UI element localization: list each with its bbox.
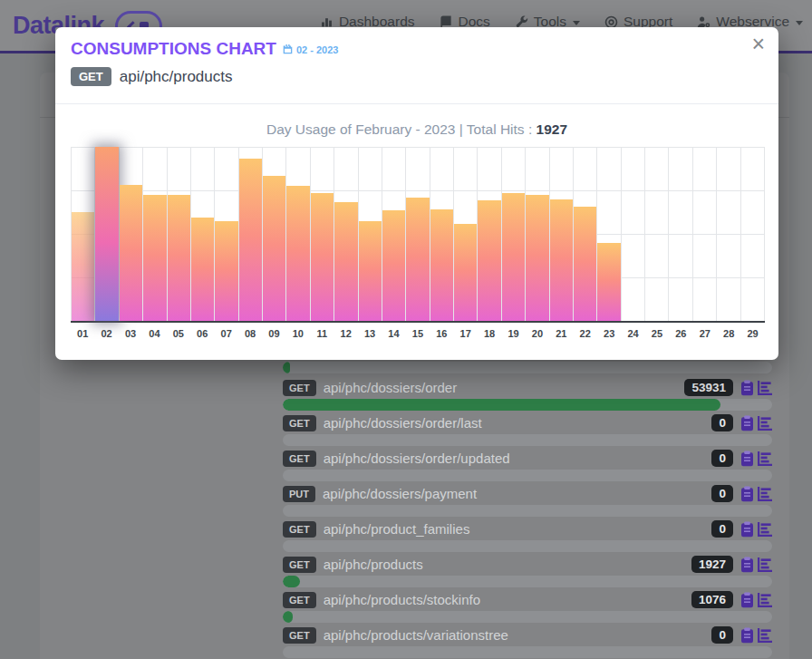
chart-bars-horizontal-icon[interactable]	[757, 628, 772, 643]
chart-cell	[502, 147, 526, 321]
x-tick-label: 24	[621, 328, 644, 339]
x-tick-label: 21	[549, 328, 573, 339]
endpoint-row: GETapi/phc/dossiers/order53931	[283, 378, 772, 397]
usage-progress-fill	[283, 399, 720, 411]
x-tick-label: 05	[167, 328, 190, 339]
bar-day-06[interactable]	[191, 218, 214, 321]
bar-day-23[interactable]	[597, 243, 620, 321]
bar-day-07[interactable]	[215, 221, 237, 321]
chart-cell	[741, 147, 765, 321]
endpoint-path: api/phc/dossiers/payment	[323, 486, 711, 501]
usage-progress-track	[283, 576, 772, 587]
hit-count-badge: 0	[711, 450, 733, 467]
chart-cell	[120, 147, 143, 321]
x-tick-label: 01	[71, 328, 94, 339]
usage-progress-track	[283, 505, 772, 517]
hit-count-badge: 1076	[691, 591, 733, 608]
clipboard-icon[interactable]	[740, 451, 754, 467]
x-tick-label: 03	[119, 328, 142, 339]
x-tick-label: 13	[358, 328, 382, 339]
chart-cell	[622, 147, 645, 321]
endpoint-row: GETapi/phc/dossiers/order/last0	[283, 413, 772, 432]
chevron-down-icon	[796, 21, 803, 25]
bar-day-10[interactable]	[286, 186, 309, 321]
hit-count-badge: 0	[711, 485, 733, 502]
chart-cell	[382, 147, 406, 321]
bar-day-02[interactable]	[95, 147, 118, 321]
chart-bars-horizontal-icon[interactable]	[757, 381, 772, 395]
usage-progress-fill	[283, 362, 290, 373]
chart-bars-horizontal-icon[interactable]	[757, 522, 772, 537]
bar-day-18[interactable]	[478, 200, 500, 321]
modal-title: CONSUMPTIONS CHART	[71, 39, 276, 59]
bar-day-16[interactable]	[430, 209, 453, 321]
bar-day-05[interactable]	[168, 195, 190, 321]
chart-cell	[406, 147, 430, 321]
chart-cell	[334, 147, 358, 321]
chart-bars-horizontal-icon[interactable]	[757, 416, 772, 431]
x-tick-label: 15	[406, 328, 430, 339]
usage-progress-fill	[283, 611, 293, 623]
modal-period: 02 - 2023	[283, 44, 338, 55]
chart-bars-horizontal-icon[interactable]	[757, 557, 772, 572]
method-badge: GET	[71, 67, 111, 86]
bar-day-12[interactable]	[334, 202, 357, 321]
bar-day-14[interactable]	[382, 210, 405, 321]
x-tick-label: 25	[645, 328, 669, 339]
x-tick-label: 29	[740, 328, 764, 339]
bar-day-03[interactable]	[120, 185, 142, 321]
endpoint-path: api/phc/products	[120, 68, 233, 86]
clipboard-icon[interactable]	[740, 627, 754, 644]
clipboard-icon[interactable]	[740, 521, 754, 538]
bar-day-04[interactable]	[143, 195, 166, 321]
chart-cell	[454, 147, 478, 321]
bar-day-22[interactable]	[574, 207, 596, 321]
bar-day-17[interactable]	[454, 224, 477, 321]
bar-day-15[interactable]	[406, 198, 429, 321]
bar-day-11[interactable]	[311, 193, 334, 321]
chart-cell	[574, 147, 597, 321]
total-hits-value: 1927	[536, 121, 567, 137]
bar-day-09[interactable]	[263, 176, 285, 321]
chart-bars-horizontal-icon[interactable]	[757, 593, 772, 607]
chart-cell	[168, 147, 191, 321]
endpoint-path: api/phc/dossiers/order/last	[324, 415, 712, 431]
bar-day-13[interactable]	[359, 221, 382, 321]
endpoint-row: GETapi/phc/product_families0	[283, 519, 772, 538]
endpoint-row: GETapi/phc/products/variationstree0	[283, 625, 772, 644]
chart-cell	[597, 147, 621, 321]
clipboard-icon[interactable]	[740, 380, 754, 396]
chart-cell	[191, 147, 215, 321]
chart-cell	[717, 147, 740, 321]
x-tick-label: 22	[574, 328, 597, 339]
x-tick-label: 10	[286, 328, 310, 339]
x-tick-label: 17	[454, 328, 478, 339]
usage-progress-track	[283, 362, 772, 373]
clipboard-icon[interactable]	[740, 415, 754, 431]
bar-day-19[interactable]	[502, 193, 525, 321]
clipboard-icon[interactable]	[740, 592, 754, 608]
close-icon[interactable]: ×	[751, 33, 765, 55]
endpoint-row: PUTapi/phc/dossiers/payment0	[283, 484, 772, 503]
calendar-icon	[283, 44, 293, 54]
x-tick-label: 12	[334, 328, 357, 339]
x-tick-label: 06	[190, 328, 214, 339]
endpoint-row: GETapi/phc/dossiers/order/updated0	[283, 449, 772, 468]
chart-cell	[71, 147, 95, 321]
chart-cell	[311, 147, 334, 321]
x-tick-label: 26	[669, 328, 692, 339]
clipboard-icon[interactable]	[740, 557, 754, 573]
chart-bars-horizontal-icon[interactable]	[757, 451, 772, 466]
x-tick-label: 14	[382, 328, 405, 339]
chart-bars-horizontal-icon[interactable]	[757, 487, 772, 501]
bar-day-08[interactable]	[239, 159, 262, 321]
method-badge: GET	[283, 451, 316, 467]
method-badge: GET	[283, 592, 316, 608]
clipboard-icon[interactable]	[740, 486, 754, 502]
bar-day-20[interactable]	[526, 195, 548, 321]
bar-day-01[interactable]	[72, 212, 94, 321]
x-tick-label: 18	[478, 328, 501, 339]
endpoint-list: GETapi/phc/dossiers/order53931GETapi/phc…	[283, 362, 772, 659]
bar-day-21[interactable]	[550, 199, 573, 321]
chart-cell	[215, 147, 238, 321]
